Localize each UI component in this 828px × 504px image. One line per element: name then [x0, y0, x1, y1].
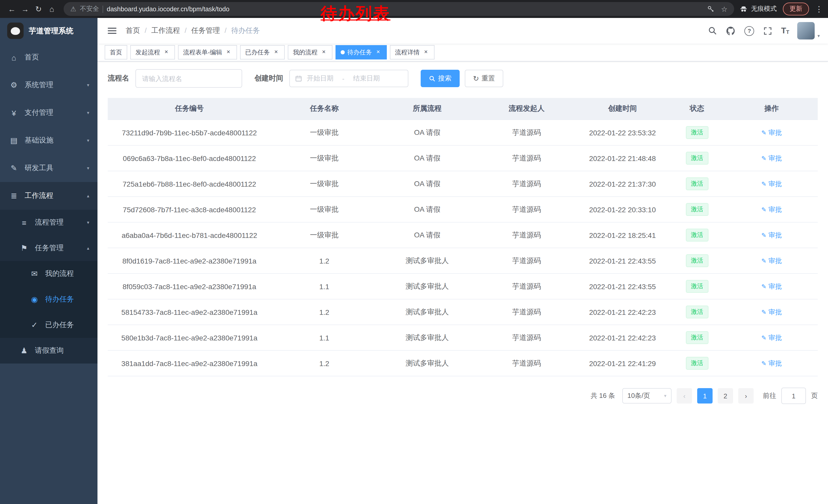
cell-process: OA 请假 — [378, 197, 477, 222]
tab-close-icon[interactable]: × — [320, 49, 327, 56]
status-badge: 激活 — [686, 126, 708, 139]
home-icon[interactable]: ⌂ — [45, 5, 58, 13]
back-icon[interactable]: ← — [5, 5, 18, 13]
user-menu[interactable]: ▾ — [797, 22, 820, 40]
password-key-icon[interactable] — [707, 5, 715, 13]
page-button-1[interactable]: 1 — [697, 388, 713, 404]
not-secure-warning-icon: ⚠ — [70, 5, 76, 13]
page-button-2[interactable]: 2 — [718, 388, 733, 404]
sidebar-item-todo-task[interactable]: ◉ 待办任务 — [0, 287, 97, 312]
sidebar-item-home[interactable]: ⌂ 首页 — [0, 44, 97, 71]
search-button[interactable]: 搜索 — [421, 70, 460, 87]
approve-link[interactable]: ✎ 审批 — [761, 282, 782, 291]
status-badge: 激活 — [686, 177, 708, 190]
approve-link[interactable]: ✎ 审批 — [761, 153, 782, 163]
security-label: 不安全 — [80, 5, 99, 13]
sidebar-item-workflow[interactable]: ≣ 工作流程 ▴ — [0, 182, 97, 210]
edit-icon: ✎ — [761, 129, 767, 136]
page-size-select[interactable]: 10条/页 ▾ — [622, 388, 671, 404]
chevron-down-icon: ▾ — [87, 166, 89, 171]
browser-chrome: ← → ↻ ⌂ ⚠ 不安全 dashboard.yudao.iocoder.cn… — [0, 0, 828, 18]
sidebar-item-system[interactable]: ⚙ 系统管理 ▾ — [0, 71, 97, 99]
cell-created: 2022-01-21 22:42:23 — [576, 325, 669, 351]
approve-link[interactable]: ✎ 审批 — [761, 179, 782, 188]
sidebar-item-process-management[interactable]: ≡ 流程管理 ▾ — [0, 210, 97, 235]
tab-close-icon[interactable]: × — [374, 49, 382, 56]
prev-page-button[interactable]: ‹ — [677, 388, 692, 404]
font-size-icon[interactable]: TT — [781, 27, 789, 35]
cell-task-name: 一级审批 — [271, 222, 378, 248]
table-row: 75d72608-7b7f-11ec-a3c8-acde48001122 一级审… — [108, 197, 818, 222]
sidebar-item-payment[interactable]: ¥ 支付管理 ▾ — [0, 99, 97, 127]
sidebar-item-label: 研发工具 — [25, 164, 53, 173]
update-button[interactable]: 更新 — [783, 3, 809, 15]
sidebar-toggle-icon[interactable] — [106, 25, 119, 37]
next-page-button[interactable]: › — [738, 388, 754, 404]
approve-link[interactable]: ✎ 审批 — [761, 359, 782, 368]
status-badge: 激活 — [686, 152, 708, 165]
sidebar-item-label: 请假查询 — [35, 346, 64, 355]
view-tab[interactable]: 已办任务 × — [240, 45, 285, 59]
header-task-id: 任务编号 — [108, 98, 271, 120]
process-name-input[interactable] — [135, 69, 242, 88]
fullscreen-icon[interactable] — [762, 26, 773, 36]
cell-task-name: 一级审批 — [271, 120, 378, 145]
view-tab[interactable]: 我的流程 × — [288, 45, 332, 59]
view-tab[interactable]: 流程表单-编辑 × — [178, 45, 237, 59]
forward-icon[interactable]: → — [18, 5, 32, 13]
sidebar-menu: ⌂ 首页 ⚙ 系统管理 ▾ ¥ 支付管理 ▾ ▤ 基础设施 ▾ ✎ 研发工具 ▾ — [0, 44, 97, 364]
sidebar-item-my-process[interactable]: ✉ 我的流程 — [0, 261, 97, 287]
reset-button[interactable]: ↻ 重置 — [465, 70, 503, 87]
breadcrumb-home[interactable]: 首页 — [126, 26, 151, 35]
edit-icon: ✎ — [761, 154, 767, 162]
chrome-menu-icon[interactable]: ⋮ — [815, 4, 823, 13]
cell-initiator: 芋道源码 — [477, 222, 576, 248]
tab-close-icon[interactable]: × — [422, 49, 429, 56]
status-badge: 激活 — [686, 229, 708, 241]
header-task-name: 任务名称 — [271, 98, 378, 120]
breadcrumb-task-management[interactable]: 任务管理 — [191, 26, 232, 35]
view-tab[interactable]: 待办任务 × — [335, 45, 387, 59]
github-icon[interactable] — [726, 26, 736, 36]
cell-action: ✎ 审批 — [726, 325, 818, 351]
view-tab[interactable]: 首页 — [105, 45, 127, 59]
cell-action: ✎ 审批 — [726, 171, 818, 197]
approve-link[interactable]: ✎ 审批 — [761, 307, 782, 317]
tab-close-icon[interactable]: × — [225, 49, 232, 56]
goto-page-input[interactable] — [781, 387, 806, 404]
help-icon[interactable]: ? — [744, 26, 754, 36]
active-dot-icon — [341, 50, 345, 54]
breadcrumb-workflow[interactable]: 工作流程 — [151, 26, 191, 35]
cell-status: 激活 — [669, 222, 726, 248]
sidebar-item-label: 流程管理 — [35, 218, 64, 227]
search-icon[interactable] — [707, 26, 717, 36]
address-bar[interactable]: ⚠ 不安全 dashboard.yudao.iocoder.cn/bpm/tas… — [64, 2, 734, 16]
view-tab[interactable]: 流程详情 × — [390, 45, 434, 59]
sidebar-item-devtools[interactable]: ✎ 研发工具 ▾ — [0, 154, 97, 182]
sidebar-item-task-management[interactable]: ⚑ 任务管理 ▴ — [0, 235, 97, 261]
approve-link[interactable]: ✎ 审批 — [761, 256, 782, 265]
bookmark-star-icon[interactable]: ☆ — [721, 5, 728, 13]
app-logo[interactable]: 芋道管理系统 — [0, 18, 97, 44]
workflow-icon: ≣ — [9, 191, 18, 200]
view-tab[interactable]: 发起流程 × — [130, 45, 175, 59]
approve-link[interactable]: ✎ 审批 — [761, 205, 782, 214]
incognito-icon — [739, 5, 748, 13]
approve-link[interactable]: ✎ 审批 — [761, 230, 782, 240]
approve-link[interactable]: ✎ 审批 — [761, 128, 782, 137]
task-table-body: 73211d9d-7b9b-11ec-b5b7-acde48001122 一级审… — [108, 120, 818, 376]
sidebar-item-leave-query[interactable]: ♟ 请假查询 — [0, 338, 97, 364]
main-content: 流程名 创建时间 开始日期 - 结束日期 搜索 ↻ 重置 — [97, 61, 828, 504]
reload-icon[interactable]: ↻ — [32, 4, 45, 13]
cell-initiator: 芋道源码 — [477, 325, 576, 351]
sidebar-item-infrastructure[interactable]: ▤ 基础设施 ▾ — [0, 127, 97, 154]
status-badge: 激活 — [686, 331, 708, 344]
date-range-picker[interactable]: 开始日期 - 结束日期 — [289, 70, 408, 87]
workflow-submenu: ≡ 流程管理 ▾ ⚑ 任务管理 ▴ ✉ 我的流程 ◉ 待办任务 — [0, 210, 97, 364]
sidebar-item-done-task[interactable]: ✓ 已办任务 — [0, 312, 97, 338]
tab-close-icon[interactable]: × — [273, 49, 280, 56]
tab-close-icon[interactable]: × — [163, 49, 170, 56]
cell-initiator: 芋道源码 — [477, 120, 576, 145]
cell-created: 2022-01-22 18:25:41 — [576, 222, 669, 248]
approve-link[interactable]: ✎ 审批 — [761, 333, 782, 342]
